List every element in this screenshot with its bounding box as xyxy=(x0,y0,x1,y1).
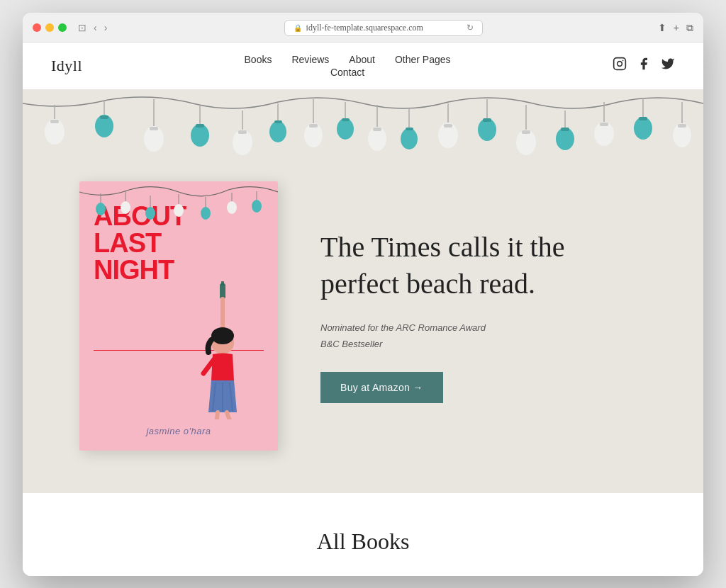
svg-rect-11 xyxy=(150,127,158,130)
svg-rect-23 xyxy=(309,124,318,128)
svg-rect-53 xyxy=(678,124,686,128)
lock-icon: 🔒 xyxy=(294,24,302,32)
svg-rect-14 xyxy=(196,124,204,128)
url-text: idyll-fe-template.squarespace.com xyxy=(306,23,423,33)
svg-point-83 xyxy=(252,200,262,213)
svg-point-81 xyxy=(227,201,237,214)
book-cover: ABOUT LAST NIGHT jasmine o'hara xyxy=(79,181,278,451)
svg-point-75 xyxy=(145,207,155,220)
traffic-lights xyxy=(33,23,67,32)
svg-point-31 xyxy=(401,128,418,149)
svg-rect-55 xyxy=(221,281,224,285)
svg-line-63 xyxy=(216,412,218,419)
browser-window: ⊡ ‹ › 🔒 idyll-fe-template.squarespace.co… xyxy=(23,13,703,576)
facebook-icon[interactable] xyxy=(637,57,651,74)
site-header: Idyll Books Reviews About Other Pages Co… xyxy=(23,43,703,89)
buy-button[interactable]: Buy at Amazon → xyxy=(320,372,443,403)
lights-strip xyxy=(23,89,703,181)
hero-content: ABOUT LAST NIGHT jasmine o'hara xyxy=(23,181,703,493)
svg-rect-5 xyxy=(50,120,59,123)
back-button[interactable]: ‹ xyxy=(92,22,99,33)
svg-point-2 xyxy=(622,60,624,62)
hero-section: ABOUT LAST NIGHT jasmine o'hara xyxy=(23,89,703,493)
svg-rect-41 xyxy=(522,130,530,134)
svg-point-1 xyxy=(618,62,622,67)
instagram-icon[interactable] xyxy=(613,57,627,74)
new-tab-button[interactable]: + xyxy=(674,22,679,33)
hero-bestseller: B&C Bestseller xyxy=(320,339,647,349)
girl-illustration xyxy=(172,278,271,422)
social-icons xyxy=(613,57,675,74)
svg-point-77 xyxy=(174,204,184,217)
svg-rect-44 xyxy=(561,128,569,131)
forward-button[interactable]: › xyxy=(103,22,109,33)
svg-point-73 xyxy=(121,201,130,214)
hero-headline: The Times calls it the perfect beach rea… xyxy=(320,229,647,303)
close-button[interactable] xyxy=(33,23,41,32)
nav-reviews[interactable]: Reviews xyxy=(291,54,329,65)
hero-text: The Times calls it the perfect beach rea… xyxy=(320,229,647,403)
svg-line-64 xyxy=(227,412,232,419)
svg-point-58 xyxy=(211,327,234,344)
nav-row-1: Books Reviews About Other Pages xyxy=(245,54,451,65)
svg-rect-8 xyxy=(100,115,108,119)
maximize-button[interactable] xyxy=(58,23,67,32)
nav-row-2: Contact xyxy=(330,67,364,78)
twitter-icon[interactable] xyxy=(661,57,675,74)
all-books-section: All Books xyxy=(23,493,703,576)
nav-about[interactable]: About xyxy=(349,54,375,65)
svg-rect-50 xyxy=(639,117,647,120)
svg-rect-47 xyxy=(600,123,608,126)
svg-rect-26 xyxy=(342,118,350,121)
svg-rect-32 xyxy=(406,128,413,130)
all-books-title: All Books xyxy=(51,528,675,555)
svg-point-19 xyxy=(269,121,286,142)
svg-point-71 xyxy=(96,203,106,215)
site-logo[interactable]: Idyll xyxy=(51,57,82,75)
browser-controls: ⊡ ‹ › xyxy=(77,22,108,33)
svg-rect-17 xyxy=(238,130,247,134)
minimize-button[interactable] xyxy=(45,23,54,32)
hero-badge: Nominated for the ARC Romance Award xyxy=(320,322,647,333)
window-icon[interactable]: ⊡ xyxy=(77,22,88,33)
nav-contact[interactable]: Contact xyxy=(330,67,364,78)
svg-rect-20 xyxy=(274,120,282,123)
svg-point-79 xyxy=(201,207,211,220)
share-button[interactable]: ⬆ xyxy=(658,22,666,33)
refresh-icon[interactable]: ↻ xyxy=(467,23,474,33)
svg-point-25 xyxy=(337,118,354,140)
browser-actions: ⬆ + ⧉ xyxy=(658,22,693,34)
tabs-button[interactable]: ⧉ xyxy=(686,22,693,34)
address-bar-container: 🔒 idyll-fe-template.squarespace.com ↻ xyxy=(116,20,650,36)
svg-rect-29 xyxy=(373,128,381,131)
browser-chrome: ⊡ ‹ › 🔒 idyll-fe-template.squarespace.co… xyxy=(23,13,703,43)
nav-books[interactable]: Books xyxy=(245,54,272,65)
nav-other-pages[interactable]: Other Pages xyxy=(395,54,451,65)
site-nav: Books Reviews About Other Pages Contact xyxy=(245,54,451,78)
website: Idyll Books Reviews About Other Pages Co… xyxy=(23,43,703,576)
address-bar[interactable]: 🔒 idyll-fe-template.squarespace.com ↻ xyxy=(284,20,483,36)
svg-rect-54 xyxy=(220,283,225,299)
svg-rect-0 xyxy=(614,58,626,70)
svg-rect-38 xyxy=(483,118,491,122)
svg-rect-35 xyxy=(444,124,452,128)
book-author: jasmine o'hara xyxy=(79,426,278,436)
